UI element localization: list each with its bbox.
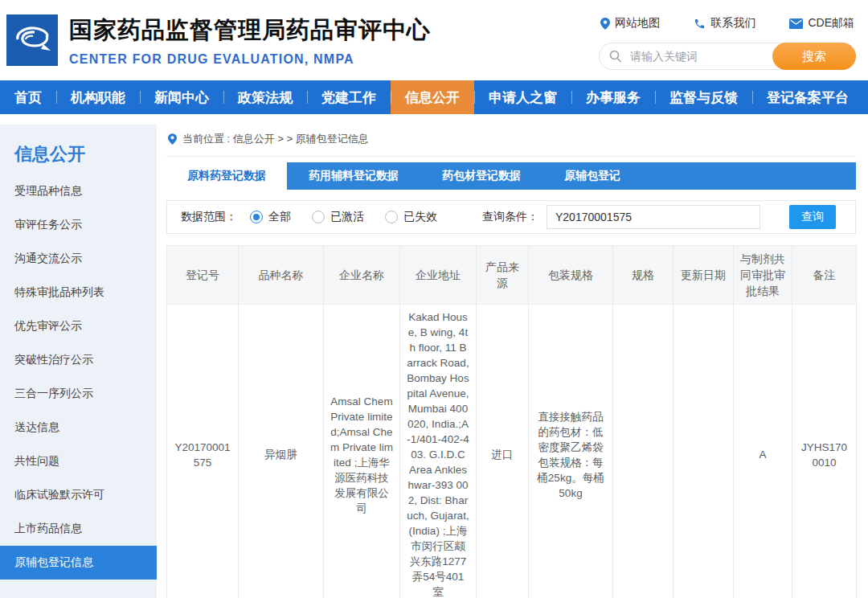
sidebar-item-review-tasks[interactable]: 审评任务公示 xyxy=(0,208,157,242)
cell-spec xyxy=(613,305,674,598)
registration-table: 登记号 品种名称 企业名称 企业地址 产品来源 包装规格 规格 更新日期 与制剂… xyxy=(166,245,857,598)
radio-all[interactable]: 全部 xyxy=(250,210,291,224)
sidebar-item-common-issues[interactable]: 共性问题 xyxy=(0,444,157,478)
breadcrumb: 当前位置 : 信息公开 > > 原辅包登记信息 xyxy=(166,125,856,157)
filter-bar: 数据范围： 全部 已激活 已失效 查询条件： 查询 xyxy=(166,200,856,234)
tab-excipient-registration-data[interactable]: 药用辅料登记数据 xyxy=(287,162,420,190)
radio-dot-icon xyxy=(312,211,325,223)
radio-activated[interactable]: 已激活 xyxy=(312,210,364,224)
tab-bar: 原料药登记数据 药用辅料登记数据 药包材登记数据 原辅包登记 xyxy=(166,162,856,190)
cell-joint-review-result: A xyxy=(734,305,792,598)
breadcrumb-text: 当前位置 : 信息公开 > > 原辅包登记信息 xyxy=(182,132,369,146)
cde-mail-link[interactable]: CDE邮箱 xyxy=(789,16,854,31)
tab-raw-aux-pack-registration[interactable]: 原辅包登记 xyxy=(542,162,642,190)
site-title: 国家药品监督管理局药品审评中心 xyxy=(69,14,431,47)
sidebar-item-breakthrough-therapy[interactable]: 突破性治疗公示 xyxy=(0,343,157,377)
cell-remark: JYHS1700010 xyxy=(792,305,857,598)
nav-item-home[interactable]: 首页 xyxy=(0,80,56,114)
cell-product-name: 异烟肼 xyxy=(239,305,324,598)
col-product-name: 品种名称 xyxy=(239,246,324,305)
phone-icon xyxy=(694,18,706,30)
sidebar-item-priority-review[interactable]: 优先审评公示 xyxy=(0,309,157,343)
cell-registration-no: Y20170001575 xyxy=(167,305,239,598)
location-pin-icon xyxy=(600,18,610,30)
col-registration-no: 登记号 xyxy=(167,246,239,305)
tab-packaging-registration-data[interactable]: 药包材登记数据 xyxy=(420,162,542,190)
cde-mail-label: CDE邮箱 xyxy=(808,16,854,31)
col-update-date: 更新日期 xyxy=(674,246,734,305)
sidebar-item-three-in-one[interactable]: 三合一序列公示 xyxy=(0,377,157,411)
nav-item-party[interactable]: 党建工作 xyxy=(307,80,391,114)
nav-item-supervision[interactable]: 监督与反馈 xyxy=(655,80,752,114)
cell-product-source: 进口 xyxy=(477,305,529,598)
col-product-source: 产品来源 xyxy=(477,246,529,305)
search-input[interactable] xyxy=(628,49,772,63)
page-body: 信息公开 受理品种信息 审评任务公示 沟通交流公示 特殊审批品种列表 优先审评公… xyxy=(0,125,868,598)
radio-dot-icon xyxy=(250,211,263,223)
sidebar-item-raw-aux-pack-registration[interactable]: 原辅包登记信息 xyxy=(0,546,157,580)
radio-expired[interactable]: 已失效 xyxy=(385,210,437,224)
radio-all-label: 全部 xyxy=(268,210,291,224)
cde-logo-icon xyxy=(6,14,58,66)
cell-company-name: Amsal Chem Private limited;Amsal Chem Pr… xyxy=(324,305,400,598)
tab-api-registration-data[interactable]: 原料药登记数据 xyxy=(166,162,287,190)
col-spec: 规格 xyxy=(613,246,674,305)
nav-item-functions[interactable]: 机构职能 xyxy=(56,80,140,114)
brand-text: 国家药品监督管理局药品审评中心 CENTER FOR DRUG EVALUATI… xyxy=(69,14,431,67)
search-button[interactable]: 搜索 xyxy=(772,43,856,70)
mail-icon xyxy=(789,18,803,29)
radio-activated-label: 已激活 xyxy=(330,210,364,224)
query-condition-input[interactable] xyxy=(547,205,760,229)
quick-links: 网站地图 联系我们 CDE邮箱 xyxy=(599,16,856,31)
col-joint-review-result: 与制剂共同审批审批结果 xyxy=(734,246,792,305)
nav-item-info-disclosure[interactable]: 信息公开 xyxy=(391,80,474,114)
contact-link[interactable]: 联系我们 xyxy=(694,16,755,31)
header-right: 网站地图 联系我们 CDE邮箱 搜索 xyxy=(599,16,856,70)
sidebar-item-delivery-info[interactable]: 送达信息 xyxy=(0,411,157,444)
radio-dot-icon xyxy=(385,211,398,223)
nav-item-news[interactable]: 新闻中心 xyxy=(140,80,223,114)
col-company-name: 企业名称 xyxy=(324,246,400,305)
col-remark: 备注 xyxy=(792,246,857,305)
scope-label: 数据范围： xyxy=(181,210,237,224)
table-header-row: 登记号 品种名称 企业名称 企业地址 产品来源 包装规格 规格 更新日期 与制剂… xyxy=(167,246,857,305)
sitemap-label: 网站地图 xyxy=(615,16,660,31)
sidebar-item-clinical-trial-license[interactable]: 临床试验默示许可 xyxy=(0,478,157,512)
cell-company-address: Kakad House, B wing, 4th floor, 11 Barra… xyxy=(400,305,477,598)
sidebar-item-special-approval[interactable]: 特殊审批品种列表 xyxy=(0,276,157,309)
query-button[interactable]: 查询 xyxy=(789,205,836,229)
site-search: 搜索 xyxy=(599,43,856,70)
magnifier-icon xyxy=(609,50,622,63)
site-subtitle: CENTER FOR DRUG EVALUATION, NMPA xyxy=(69,52,431,67)
location-pin-icon xyxy=(168,133,177,145)
contact-label: 联系我们 xyxy=(710,16,755,31)
cell-packaging-spec: 直接接触药品的药包材：低密度聚乙烯袋包装规格：每桶25kg。每桶50kg xyxy=(529,305,613,598)
query-condition-label: 查询条件： xyxy=(482,210,538,224)
sidebar-item-marketed-drugs[interactable]: 上市药品信息 xyxy=(0,512,157,546)
radio-expired-label: 已失效 xyxy=(403,210,437,224)
main-content: 当前位置 : 信息公开 > > 原辅包登记信息 原料药登记数据 药用辅料登记数据… xyxy=(166,125,856,598)
main-nav: 首页 机构职能 新闻中心 政策法规 党建工作 信息公开 申请人之窗 办事服务 监… xyxy=(0,80,868,114)
sidebar-item-accepted-varieties[interactable]: 受理品种信息 xyxy=(0,174,157,208)
table-row: Y20170001575 异烟肼 Amsal Chem Private limi… xyxy=(167,305,857,598)
col-packaging-spec: 包装规格 xyxy=(529,246,613,305)
scope-radio-group: 全部 已激活 已失效 xyxy=(250,210,437,224)
nav-item-applicant-window[interactable]: 申请人之窗 xyxy=(474,80,571,114)
cell-update-date xyxy=(674,305,734,598)
sidebar-title: 信息公开 xyxy=(0,137,157,174)
site-logo[interactable]: 国家药品监督管理局药品审评中心 CENTER FOR DRUG EVALUATI… xyxy=(6,14,431,67)
nav-item-registration-platform[interactable]: 登记备案平台 xyxy=(752,80,863,114)
col-company-address: 企业地址 xyxy=(400,246,477,305)
sidebar: 信息公开 受理品种信息 审评任务公示 沟通交流公示 特殊审批品种列表 优先审评公… xyxy=(0,125,157,598)
nav-item-services[interactable]: 办事服务 xyxy=(571,80,655,114)
sidebar-item-communication[interactable]: 沟通交流公示 xyxy=(0,242,157,276)
nav-item-policy[interactable]: 政策法规 xyxy=(223,80,307,114)
sitemap-link[interactable]: 网站地图 xyxy=(600,16,660,31)
site-header: 国家药品监督管理局药品审评中心 CENTER FOR DRUG EVALUATI… xyxy=(0,0,868,80)
